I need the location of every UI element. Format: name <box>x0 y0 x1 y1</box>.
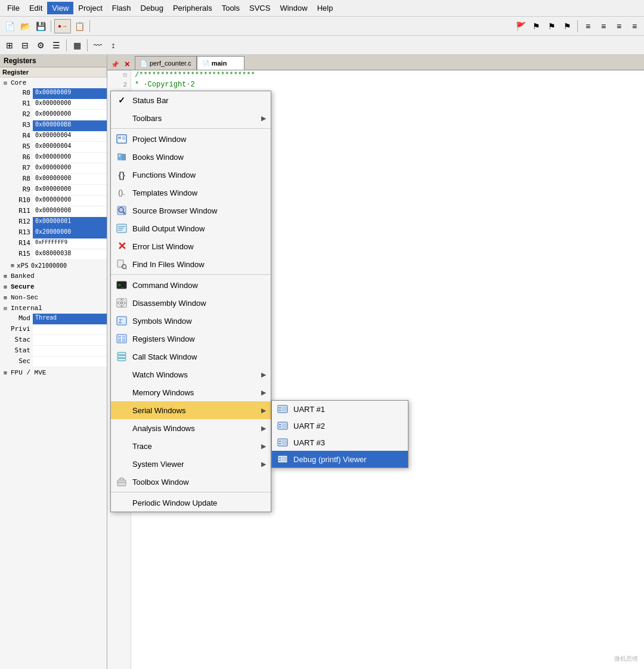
core-expand-icon[interactable]: ⊟ <box>1 80 10 86</box>
open-file-btn[interactable]: 📂 <box>18 19 32 33</box>
rst-btn[interactable]: ●→ <box>54 19 71 33</box>
reg-row-r5[interactable]: R5 0x00000004 <box>0 142 107 153</box>
align3-btn[interactable]: ≡ <box>612 19 626 33</box>
menu-item-periodic-window-update[interactable]: Periodic Window Update <box>111 494 271 512</box>
menu-item-watch-windows[interactable]: Watch Windows ▶ <box>111 366 271 383</box>
reg-row-r13[interactable]: R13 0x20000000 <box>0 228 107 239</box>
tab-main[interactable]: 📄 main <box>197 56 244 70</box>
menu-item-toolbars[interactable]: Toolbars ▶ <box>111 109 271 127</box>
nonsec-expand-icon[interactable]: ⊞ <box>1 295 10 301</box>
menu-item-trace[interactable]: Trace ▶ <box>111 437 271 455</box>
tree-section-banked[interactable]: ⊞ Banked <box>0 271 107 281</box>
reg-row-r0[interactable]: R0 0x00000009 <box>0 88 107 99</box>
tree-section-core[interactable]: ⊟ Core <box>0 78 107 88</box>
menu-item-serial-windows[interactable]: Serial Windows ▶ UART #1 <box>111 401 271 419</box>
tb-chip-btn[interactable]: ⚙ <box>33 38 48 52</box>
menu-item-build-output-window[interactable]: Build Output Window <box>111 219 271 237</box>
reg-name-r7: R7 <box>0 163 33 174</box>
align1-btn[interactable]: ≡ <box>581 19 595 33</box>
tb-grid-btn[interactable]: ⊞ <box>2 38 17 52</box>
reg-row-r15[interactable]: R15 0x08000038 <box>0 249 107 260</box>
submenu-item-uart2[interactable]: UART #2 <box>272 417 408 434</box>
tree-section-nonsec[interactable]: ⊞ Non-Sec <box>0 292 107 303</box>
reg-row-stat[interactable]: Stat <box>0 346 107 357</box>
tree-section-secure[interactable]: ⊞ Secure <box>0 281 107 292</box>
flag4-btn[interactable]: ⚑ <box>560 19 574 33</box>
fpu-expand-icon[interactable]: ⊞ <box>1 370 10 376</box>
menu-item-books-window[interactable]: Books Window <box>111 148 271 166</box>
reg-row-privi[interactable]: Privi <box>0 324 107 335</box>
tb-display-btn[interactable]: ▦ <box>70 38 84 52</box>
menu-item-error-list-window[interactable]: ✕ Error List Window <box>111 237 271 255</box>
reg-row-r12[interactable]: R12 0x00000001 <box>0 217 107 228</box>
menu-item-find-in-files-window[interactable]: Find In Files Window <box>111 255 271 273</box>
pin-icon[interactable]: 📌 <box>110 60 120 70</box>
reg-row-r1[interactable]: R1 0x00000000 <box>0 99 107 110</box>
tb-wave-btn[interactable]: 〰 <box>91 38 105 52</box>
reg-row-stac[interactable]: Stac <box>0 335 107 346</box>
tab-perf-counter[interactable]: 📄 perf_counter.c <box>135 56 197 70</box>
menu-edit[interactable]: Edit <box>24 2 47 14</box>
menu-item-disassembly-window[interactable]: Disassembly Window <box>111 294 271 312</box>
menu-item-project-window[interactable]: Project Window <box>111 130 271 148</box>
reg-row-r8[interactable]: R8 0x00000000 <box>0 174 107 185</box>
menu-item-memory-windows[interactable]: Memory Windows ▶ <box>111 383 271 401</box>
reg-row-r7[interactable]: R7 0x00000000 <box>0 163 107 174</box>
reg-row-mod[interactable]: Mod Thread <box>0 314 107 324</box>
menu-item-templates-window[interactable]: (). Templates Window <box>111 184 271 202</box>
registers-table[interactable]: ⊟ Core R0 0x00000009 R1 0x00000000 R2 0x… <box>0 78 107 669</box>
save-btn[interactable]: 💾 <box>33 19 48 33</box>
reg-row-r14[interactable]: R14 0xFFFFFFF9 <box>0 239 107 249</box>
tree-section-fpu[interactable]: ⊞ FPU / MVE <box>0 367 107 378</box>
internal-expand-icon[interactable]: ⊟ <box>1 305 10 312</box>
new-file-btn[interactable]: 📄 <box>2 19 17 33</box>
tree-row-xps[interactable]: ⊞ xPS 0x21000000 <box>0 260 107 271</box>
secure-expand-icon[interactable]: ⊞ <box>1 284 10 290</box>
tb-arrow-btn[interactable]: ↕ <box>106 38 120 52</box>
flag2-btn[interactable]: ⚑ <box>529 19 543 33</box>
menu-tools[interactable]: Tools <box>217 2 244 14</box>
menu-item-toolbox-window[interactable]: Toolbox Window <box>111 473 271 491</box>
menu-peripherals[interactable]: Peripherals <box>168 2 217 14</box>
menu-item-symbols-window[interactable]: Σ Symbols Window <box>111 312 271 330</box>
reg-row-r4[interactable]: R4 0x00000004 <box>0 131 107 142</box>
flag3-btn[interactable]: ⚑ <box>544 19 559 33</box>
menu-window[interactable]: Window <box>275 2 312 14</box>
flag1-btn[interactable]: 🚩 <box>513 19 528 33</box>
source-browser-label: Source Browser Window <box>132 206 266 215</box>
reg-row-r2[interactable]: R2 0x00000000 <box>0 110 107 120</box>
menu-item-source-browser-window[interactable]: Source Browser Window <box>111 202 271 219</box>
menu-item-registers-window[interactable]: Registers Window <box>111 330 271 348</box>
reg-row-r3[interactable]: R3 0x000000B8 <box>0 120 107 131</box>
tab-close-btn[interactable]: ✕ <box>122 59 132 70</box>
submenu-item-uart1[interactable]: UART #1 <box>272 401 408 417</box>
banked-expand-icon[interactable]: ⊞ <box>1 273 10 280</box>
reg-row-sec[interactable]: Sec <box>0 357 107 367</box>
register-view-btn[interactable]: 📋 <box>72 19 86 33</box>
tb-table-btn[interactable]: ⊟ <box>18 38 32 52</box>
menu-debug[interactable]: Debug <box>136 2 168 14</box>
tb-list-btn[interactable]: ☰ <box>49 38 63 52</box>
reg-row-r11[interactable]: R11 0x00000000 <box>0 206 107 217</box>
reg-row-r10[interactable]: R10 0x00000000 <box>0 196 107 206</box>
menu-help[interactable]: Help <box>312 2 338 14</box>
xps-expand-icon[interactable]: ⊞ <box>8 262 17 269</box>
menu-item-functions-window[interactable]: {} Functions Window <box>111 166 271 184</box>
menu-item-status-bar[interactable]: ✓ Status Bar <box>111 91 271 109</box>
menu-item-call-stack-window[interactable]: Call Stack Window <box>111 348 271 366</box>
menu-project[interactable]: Project <box>73 2 107 14</box>
align4-btn[interactable]: ≡ <box>627 19 642 33</box>
menu-flash[interactable]: Flash <box>107 2 136 14</box>
menu-svcs[interactable]: SVCS <box>244 2 275 14</box>
menu-item-command-window[interactable]: >_ Command Window <box>111 276 271 294</box>
tree-section-internal[interactable]: ⊟ Internal <box>0 303 107 314</box>
menu-item-analysis-windows[interactable]: Analysis Windows ▶ <box>111 419 271 437</box>
submenu-item-uart3[interactable]: UART #3 <box>272 434 408 451</box>
reg-row-r6[interactable]: R6 0x00000000 <box>0 153 107 163</box>
menu-file[interactable]: File <box>2 2 24 14</box>
reg-row-r9[interactable]: R9 0x00000000 <box>0 185 107 196</box>
submenu-item-debug-printf[interactable]: Debug (printf) Viewer <box>272 451 408 467</box>
menu-item-system-viewer[interactable]: System Viewer ▶ <box>111 455 271 473</box>
menu-view[interactable]: View <box>47 2 73 14</box>
align2-btn[interactable]: ≡ <box>596 19 611 33</box>
